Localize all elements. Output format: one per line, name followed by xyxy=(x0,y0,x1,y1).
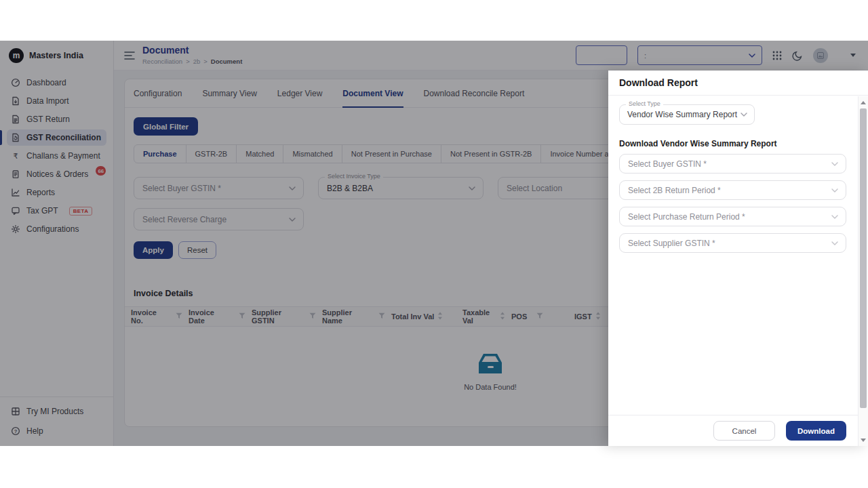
panel-title: Download Report xyxy=(619,77,698,88)
panel-header: Download Report xyxy=(608,70,868,96)
scrollbar-thumb[interactable] xyxy=(860,108,867,408)
panel-supplier-gstin-select[interactable]: Select Supplier GSTIN * xyxy=(619,233,846,253)
panel-purchase-return-period-select[interactable]: Select Purchase Return Period * xyxy=(619,207,846,226)
cancel-button[interactable]: Cancel xyxy=(713,421,775,441)
select-placeholder: Select Supplier GSTIN * xyxy=(628,239,715,248)
panel-buyer-gstin-select[interactable]: Select Buyer GSTIN * xyxy=(619,154,846,174)
chevron-down-icon xyxy=(741,113,747,117)
download-button[interactable]: Download xyxy=(786,421,846,441)
select-placeholder: Select Buyer GSTIN * xyxy=(628,159,707,169)
chevron-down-icon xyxy=(831,188,838,192)
select-placeholder: Select 2B Return Period * xyxy=(628,186,721,195)
screenshot-stage: m Masters India Dashboard Data Import xyxy=(0,0,868,488)
chevron-down-icon xyxy=(831,162,838,166)
scrollbar-up-arrow-icon[interactable] xyxy=(859,98,868,107)
chevron-down-icon xyxy=(831,215,838,219)
panel-2b-return-period-select[interactable]: Select 2B Return Period * xyxy=(619,180,846,200)
panel-footer: Cancel Download xyxy=(608,415,858,446)
report-type-select[interactable]: Select Type Vendor Wise Summary Report xyxy=(619,104,755,125)
select-placeholder: Select Purchase Return Period * xyxy=(628,212,745,222)
panel-section-title: Download Vendor Wise Summary Report xyxy=(619,139,846,148)
scrollbar-down-arrow-icon[interactable] xyxy=(859,435,868,445)
app-window: m Masters India Dashboard Data Import xyxy=(0,41,868,446)
download-report-panel: Download Report Select Type Vendor Wise … xyxy=(608,70,868,446)
select-floating-label: Select Type xyxy=(626,100,663,107)
select-value: Vendor Wise Summary Report xyxy=(627,110,737,119)
chevron-down-icon xyxy=(831,241,838,245)
panel-scrollbar[interactable] xyxy=(858,96,868,446)
panel-body: Select Type Vendor Wise Summary Report D… xyxy=(608,96,858,415)
